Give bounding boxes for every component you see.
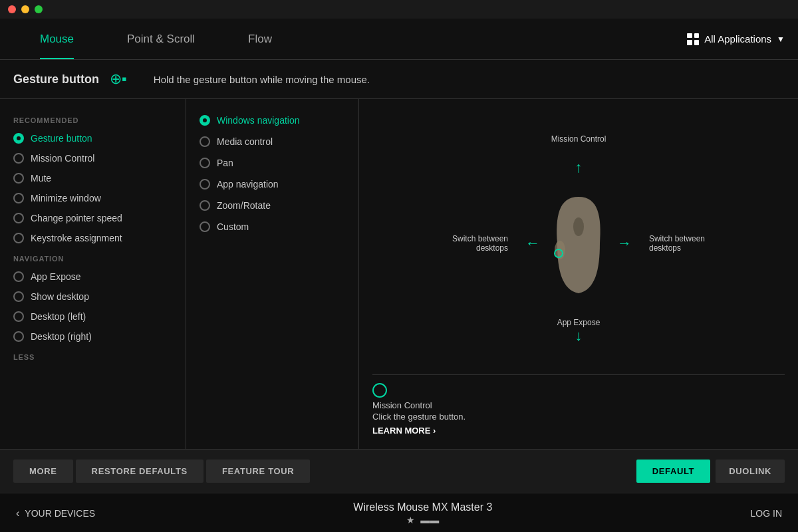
arrow-left-icon: ← (525, 235, 540, 252)
bottom-bar: ‹ YOUR DEVICES Wireless Mouse MX Master … (0, 493, 798, 532)
mid-item-custom[interactable]: Custom (186, 216, 358, 237)
radio-pan (200, 158, 210, 168)
battery-icon: ▬▬ (420, 515, 439, 525)
radio-custom (200, 221, 210, 232)
radio-minimize-window (13, 193, 24, 203)
section-label-recommended: RECOMMENDED (0, 112, 186, 128)
login-button[interactable]: LOG IN (751, 508, 782, 519)
device-info: Wireless Mouse MX Master 3 ★ ▬▬ (95, 501, 750, 525)
back-arrow-icon: ‹ (16, 507, 19, 519)
mid-item-media-control[interactable]: Media control (186, 131, 358, 152)
more-button[interactable]: MORE (13, 460, 73, 483)
device-name: Wireless Mouse MX Master 3 (95, 501, 750, 513)
mid-item-zoom-rotate[interactable]: Zoom/Rotate (186, 195, 358, 216)
your-devices-link[interactable]: ‹ YOUR DEVICES (16, 507, 95, 519)
radio-desktop-left (13, 311, 24, 322)
learn-more-link[interactable]: LEARN MORE › (372, 426, 785, 436)
feature-tour-button[interactable]: FEATURE TOUR (206, 460, 310, 483)
radio-app-expose (13, 271, 24, 282)
arrow-right-icon: → (617, 235, 632, 252)
direction-left-label: Switch between desktops (452, 234, 508, 253)
mid-item-windows-navigation[interactable]: Windows navigation (186, 110, 358, 131)
gesture-header: Gesture button ⊕▪ Hold the gesture butto… (0, 60, 798, 99)
section-label-less: LESS (0, 349, 186, 365)
list-item-mute[interactable]: Mute (0, 168, 186, 188)
list-item-show-desktop[interactable]: Show desktop (0, 287, 186, 307)
tab-mouse[interactable]: Mouse (13, 19, 100, 59)
radio-keystroke-assignment (13, 233, 24, 243)
radio-show-desktop (13, 291, 24, 302)
tab-flow[interactable]: Flow (221, 19, 299, 59)
radio-zoom-rotate (200, 200, 210, 211)
minimize-button[interactable] (21, 5, 29, 13)
right-panel: Mission Control ↑ App Expose ↓ Switch be… (359, 99, 798, 449)
device-status-icons: ★ ▬▬ (95, 515, 750, 525)
section-label-navigation: NAVIGATION (0, 251, 186, 267)
main-content: RECOMMENDED Gesture button Mission Contr… (0, 99, 798, 449)
maximize-button[interactable] (35, 5, 43, 13)
radio-mute (13, 173, 24, 184)
arrow-down-icon: ↓ (575, 327, 583, 344)
arrow-up-icon: ↑ (575, 159, 583, 176)
duolink-button[interactable]: DUOLINK (716, 460, 785, 483)
list-item-change-pointer-speed[interactable]: Change pointer speed (0, 208, 186, 228)
list-item-gesture-button[interactable]: Gesture button (0, 128, 186, 148)
restore-defaults-button[interactable]: RESTORE DEFAULTS (76, 460, 203, 483)
mid-item-pan[interactable]: Pan (186, 152, 358, 174)
apps-grid-icon (687, 33, 699, 45)
radio-mission-control (13, 153, 24, 164)
radio-media-control (200, 136, 210, 147)
gesture-title: Gesture button (13, 72, 99, 86)
direction-bottom-label: App Expose (557, 316, 600, 328)
radio-app-navigation (200, 179, 210, 190)
bluetooth-icon: ★ (406, 515, 415, 525)
chevron-down-icon: ▼ (777, 35, 785, 44)
chevron-right-icon: › (433, 426, 436, 436)
nav-tabs: Mouse Point & Scroll Flow All Applicatio… (0, 19, 798, 60)
list-item-mission-control[interactable]: Mission Control (0, 148, 186, 168)
mouse-shape (545, 190, 612, 297)
direction-top-label: Mission Control (551, 132, 606, 144)
all-applications-dropdown[interactable]: All Applications ▼ (687, 33, 785, 45)
list-item-keystroke-assignment[interactable]: Keystroke assignment (0, 228, 186, 248)
left-panel: RECOMMENDED Gesture button Mission Contr… (0, 99, 186, 449)
list-item-desktop-right[interactable]: Desktop (right) (0, 327, 186, 346)
info-title: Mission Control (372, 400, 785, 410)
radio-gesture-button (13, 133, 24, 144)
footer-bar: MORE RESTORE DEFAULTS FEATURE TOUR DEFAU… (0, 449, 798, 493)
list-item-minimize-window[interactable]: Minimize window (0, 188, 186, 208)
mouse-visualization: Mission Control ↑ App Expose ↓ Switch be… (372, 112, 785, 374)
mid-item-app-navigation[interactable]: App navigation (186, 174, 358, 195)
gesture-icon: ⊕▪ (110, 70, 127, 88)
titlebar (0, 0, 798, 19)
info-section: Mission Control Click the gesture button… (372, 374, 785, 436)
tab-point-scroll[interactable]: Point & Scroll (100, 19, 221, 59)
default-button[interactable]: DEFAULT (636, 460, 711, 483)
mid-panel: Windows navigation Media control Pan App… (186, 99, 359, 449)
list-item-app-expose[interactable]: App Expose (0, 267, 186, 287)
info-circle-icon (372, 383, 387, 398)
radio-windows-navigation (200, 115, 210, 126)
gesture-description: Hold the gesture button while moving the… (154, 74, 370, 85)
close-button[interactable] (8, 5, 16, 13)
radio-desktop-right (13, 331, 24, 342)
info-description: Click the gesture button. (372, 412, 785, 422)
radio-change-pointer-speed (13, 213, 24, 223)
direction-right-label: Switch between desktops (649, 234, 705, 253)
list-item-desktop-left[interactable]: Desktop (left) (0, 307, 186, 327)
svg-point-1 (573, 217, 584, 236)
